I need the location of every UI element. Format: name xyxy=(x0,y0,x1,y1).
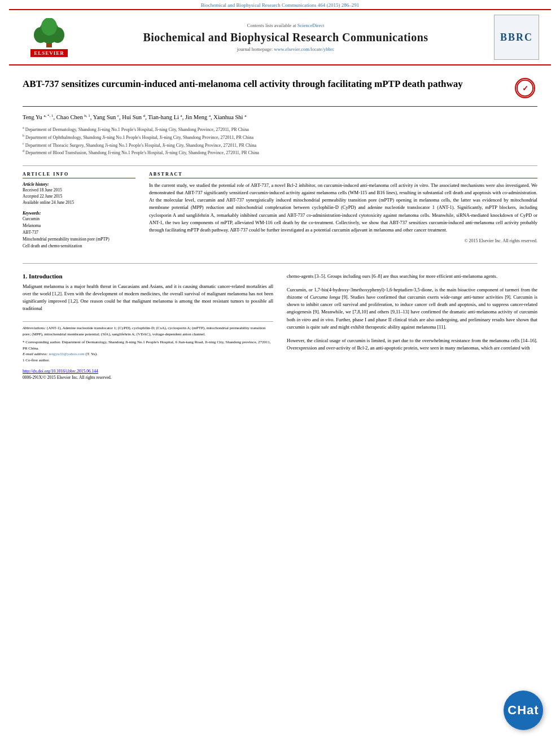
email-link[interactable]: tengyu33@yahoo.com xyxy=(49,352,84,356)
abstract-text: In the current study, we studied the pot… xyxy=(149,182,537,234)
sciencedirect-line: Contents lists available at ScienceDirec… xyxy=(80,23,491,28)
body-right-col: chemo-agents [3–5]. Groups including our… xyxy=(287,273,537,381)
svg-text:✓: ✓ xyxy=(522,84,528,93)
abstract-copyright: © 2015 Elsevier Inc. All rights reserved… xyxy=(149,238,537,243)
bbrc-logo-section: BBRC xyxy=(491,15,542,60)
crossmark-section: ✓ xyxy=(515,78,537,101)
doi-line: http://dx.doi.org/10.1016/j.bbrc.2015.06… xyxy=(23,369,273,374)
intro-left-para1: Malignant melanoma is a major health thr… xyxy=(23,283,273,313)
elsevier-logo-section: ELSEVIER xyxy=(18,18,80,57)
section-divider xyxy=(23,263,537,264)
article-info-col: ARTICLE INFO Article history: Received 1… xyxy=(23,172,135,254)
corresponding-footnote: * Corresponding author. Department of De… xyxy=(23,339,273,351)
intro-title: 1. Introduction xyxy=(23,273,273,279)
cofirst-footnote: 1 Co-first author. xyxy=(23,357,273,364)
affiliation-d: d Department of Blood Transfusion, Shand… xyxy=(23,148,537,156)
journal-homepage: journal homepage: www.elsevier.com/locat… xyxy=(80,46,491,52)
svg-point-4 xyxy=(41,18,57,36)
intro-right-para2: Curcumin, or 1,7-bis(4-hydroxy-3methoxyp… xyxy=(287,286,537,331)
intro-right-para1: chemo-agents [3–5]. Groups including our… xyxy=(287,273,537,280)
sciencedirect-link[interactable]: ScienceDirect xyxy=(298,23,325,28)
body-section: 1. Introduction Malignant melanoma is a … xyxy=(23,273,537,381)
keyword-5: Cell death and chemo-sensitization xyxy=(23,243,135,250)
page-content: ABT-737 sensitizes curcumin-induced anti… xyxy=(0,65,560,386)
crossmark-icon: ✓ xyxy=(515,78,535,98)
intro-right-para3: However, the clinical usage of curcumin … xyxy=(287,337,537,352)
elsevier-tree-icon xyxy=(29,18,69,49)
affiliation-c: c Department of Thoracic Surgery, Shando… xyxy=(23,141,537,149)
keyword-2: Melanoma xyxy=(23,222,135,229)
abstract-col: ABSTRACT In the current study, we studie… xyxy=(149,172,537,254)
article-title-section: ABT-737 sensitizes curcumin-induced anti… xyxy=(23,78,537,107)
journal-header: ELSEVIER Contents lists available at Sci… xyxy=(9,9,551,65)
journal-title-section: Contents lists available at ScienceDirec… xyxy=(80,23,491,52)
info-abstract-section: ARTICLE INFO Article history: Received 1… xyxy=(23,165,537,254)
authors-section: Teng Yu a, *, 1, Chao Chen b, 1, Yang Su… xyxy=(23,112,537,122)
top-banner: Biochemical and Biophysical Research Com… xyxy=(0,0,560,9)
affiliation-b: b Department of Ophthalmology, Shandong … xyxy=(23,133,537,141)
abbreviations-footnote: Abbreviations: (ANT-1), Adenine nucleoti… xyxy=(23,325,273,337)
elsevier-label: ELSEVIER xyxy=(30,49,68,57)
article-info-header: ARTICLE INFO xyxy=(23,172,135,178)
article-history: Article history: Received 18 June 2015 A… xyxy=(23,182,135,206)
body-left-col: 1. Introduction Malignant melanoma is a … xyxy=(23,273,273,381)
journal-title: Biochemical and Biophysical Research Com… xyxy=(80,30,491,44)
keyword-1: Curcumin xyxy=(23,216,135,222)
bbrc-logo: BBRC xyxy=(494,15,539,60)
abstract-header: ABSTRACT xyxy=(149,172,537,178)
affiliation-a: a Department of Dermatology, Shandong Ji… xyxy=(23,125,537,133)
keyword-3: ABT-737 xyxy=(23,229,135,236)
copyright-line: 0006-291X/© 2015 Elsevier Inc. All right… xyxy=(23,375,273,380)
email-footnote: E-mail address: tengyu33@yahoo.com (T. Y… xyxy=(23,351,273,357)
homepage-link[interactable]: www.elsevier.com/locate/ybbrc xyxy=(274,46,334,52)
chat-button[interactable]: CHat xyxy=(504,691,543,730)
article-title: ABT-737 sensitizes curcumin-induced anti… xyxy=(23,78,515,90)
keyword-4: Mitochondrial permeability transition po… xyxy=(23,236,135,243)
affiliations-section: a Department of Dermatology, Shandong Ji… xyxy=(23,125,537,156)
doi-link[interactable]: http://dx.doi.org/10.1016/j.bbrc.2015.06… xyxy=(23,369,98,374)
keywords-section: Keywords: Curcumin Melanoma ABT-737 Mito… xyxy=(23,211,135,250)
footnotes-section: Abbreviations: (ANT-1), Adenine nucleoti… xyxy=(23,321,273,363)
